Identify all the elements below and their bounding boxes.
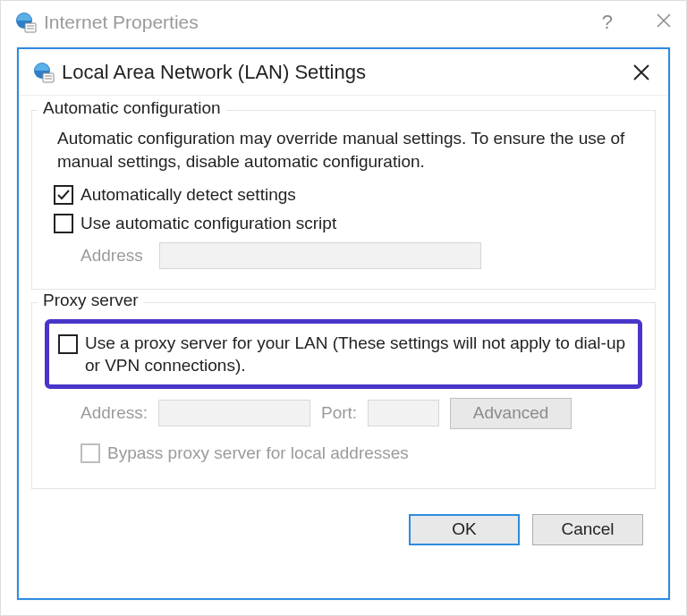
use-proxy-label: Use a proxy server for your LAN (These s… bbox=[85, 333, 627, 376]
dialog-title: Local Area Network (LAN) Settings bbox=[62, 61, 366, 84]
automatic-configuration-group: Automatic configuration Automatic config… bbox=[31, 110, 656, 290]
parent-window-controls: ? bbox=[602, 11, 672, 34]
proxy-address-row: Address: Port: Advanced bbox=[81, 398, 642, 429]
bypass-checkbox bbox=[81, 443, 100, 463]
bypass-label: Bypass proxy server for local addresses bbox=[107, 443, 409, 463]
proxy-address-label: Address: bbox=[81, 403, 148, 423]
auto-detect-label: Automatically detect settings bbox=[81, 185, 296, 205]
use-script-row[interactable]: Use automatic configuration script bbox=[54, 214, 642, 233]
close-icon[interactable] bbox=[656, 11, 672, 34]
proxy-server-group: Proxy server Use a proxy server for your… bbox=[31, 302, 656, 488]
script-address-label: Address bbox=[81, 246, 143, 266]
use-proxy-highlight: Use a proxy server for your LAN (These s… bbox=[45, 319, 642, 388]
internet-options-icon bbox=[15, 12, 37, 33]
use-proxy-checkbox[interactable] bbox=[58, 334, 78, 354]
script-address-row: Address bbox=[81, 242, 642, 269]
group-legend: Proxy server bbox=[38, 291, 144, 310]
ok-button[interactable]: OK bbox=[409, 514, 520, 545]
dialog-button-row: OK Cancel bbox=[31, 502, 656, 545]
autoconfig-note: Automatic configuration may override man… bbox=[57, 127, 635, 173]
svg-rect-5 bbox=[43, 73, 54, 82]
group-legend: Automatic configuration bbox=[38, 98, 226, 118]
checkmark-icon bbox=[56, 188, 71, 202]
svg-rect-1 bbox=[25, 23, 36, 32]
help-icon[interactable]: ? bbox=[602, 11, 613, 34]
dialog-titlebar: Local Area Network (LAN) Settings bbox=[19, 49, 668, 96]
cancel-button[interactable]: Cancel bbox=[532, 514, 643, 545]
use-script-checkbox[interactable] bbox=[54, 214, 73, 233]
lan-settings-dialog: Local Area Network (LAN) Settings Automa… bbox=[17, 47, 670, 600]
proxy-port-label: Port: bbox=[321, 403, 357, 423]
parent-title: Internet Properties bbox=[44, 12, 199, 33]
close-icon[interactable] bbox=[629, 60, 654, 85]
script-address-input bbox=[159, 242, 481, 269]
proxy-address-input bbox=[158, 400, 310, 426]
auto-detect-checkbox[interactable] bbox=[54, 185, 73, 205]
use-proxy-row[interactable]: Use a proxy server for your LAN (These s… bbox=[58, 333, 627, 376]
use-script-label: Use automatic configuration script bbox=[81, 214, 336, 233]
parent-titlebar: Internet Properties ? bbox=[1, 1, 686, 44]
internet-properties-window: Internet Properties ? Local Area Network… bbox=[0, 0, 687, 616]
proxy-port-input bbox=[368, 400, 439, 426]
internet-options-icon bbox=[33, 62, 55, 83]
auto-detect-row[interactable]: Automatically detect settings bbox=[54, 185, 642, 205]
advanced-button: Advanced bbox=[450, 398, 572, 429]
bypass-row: Bypass proxy server for local addresses bbox=[81, 443, 642, 463]
